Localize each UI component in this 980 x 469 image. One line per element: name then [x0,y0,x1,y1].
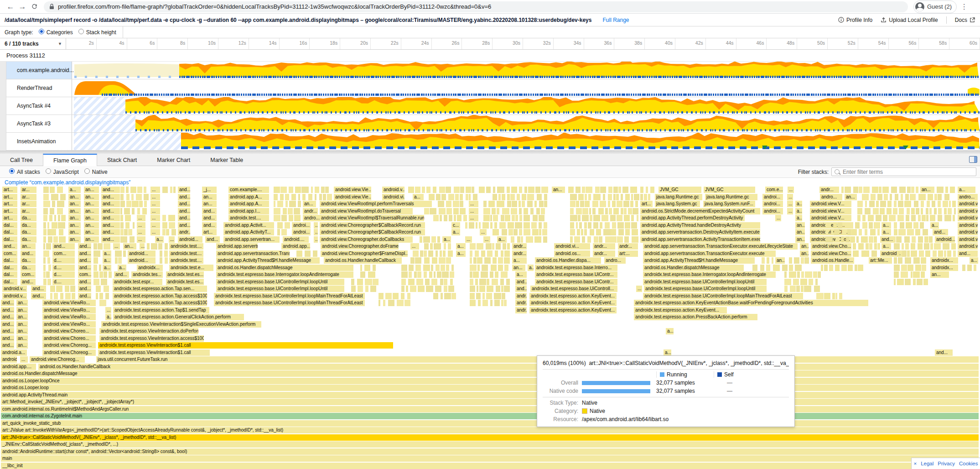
flame-cell[interactable]: d.... [52,271,75,278]
url-bar[interactable]: profiler.firefox.com/from-file/flame-gra… [44,1,908,12]
flame-cell[interactable]: ... [137,215,145,221]
flame-cell[interactable]: art::Me... [869,257,892,264]
tab-call-tree[interactable]: Call Tree [0,154,43,166]
flame-cell[interactable]: android.view.Choreo... [42,335,96,342]
flame-cell[interactable]: art... [2,208,17,214]
flame-cell[interactable]: androidx.test.espresso.ViewInteraction.d… [99,328,198,334]
flame-cell[interactable]: ... [105,307,111,313]
flame-cell[interactable]: androidx.test.espresso.action.Tap.sen... [113,286,207,292]
forward-icon[interactable]: → [16,1,28,13]
flame-cell[interactable]: a... [881,229,891,235]
flame-cell[interactable]: android... [178,236,202,243]
docs-link[interactable]: Docs [955,17,975,23]
track-label[interactable]: RenderThread [6,79,72,97]
flame-cell[interactable]: androidx.test.espresso.base.UiController… [216,279,344,285]
flame-cell[interactable]: android.view.Cho... [958,236,978,243]
flame-cell[interactable]: art::JValue art::InvokeWithVarArgs<_jmet… [1,427,979,433]
graph-type-label-0[interactable]: Categories [47,29,73,36]
flame-cell[interactable]: ... [775,215,781,221]
flame-cell[interactable]: and... [1,342,14,349]
flame-cell[interactable]: andr... [515,300,527,306]
flame-cell[interactable]: android.app.servertransaction.Transactio… [643,243,798,250]
flame-cell[interactable]: and... [178,222,190,229]
flame-cell[interactable]: android.view.Vie... [334,187,371,193]
flame-cell[interactable]: android.view.ViewRo... [42,307,96,313]
flame-cell[interactable]: androidx... [930,265,958,271]
flame-cell[interactable]: an... [68,229,81,235]
flame-cell[interactable]: android.view.Choreog... [42,349,96,356]
flame-cell[interactable]: ... [169,236,175,243]
flame-cell[interactable]: android.view.V... [810,208,851,214]
flame-cell[interactable]: art... [2,194,17,200]
graph-type-radio-1[interactable] [78,29,84,34]
flame-cell[interactable]: android.view.Ch... [958,243,978,250]
flame-cell[interactable]: androi... [292,229,311,235]
stack-filter-label-0[interactable]: All stacks [17,169,40,175]
flame-cell[interactable]: ... [469,208,478,214]
flame-cell[interactable]: androidx.test.espresso.action.KeyEvent..… [634,307,727,313]
flame-cell[interactable]: an... [68,236,81,243]
flame-cell[interactable]: android.view.Cho... [811,243,851,250]
flame-cell[interactable]: android.view.ViewRo... [42,314,96,320]
flame-cell[interactable]: and... [78,286,91,292]
flame-cell[interactable]: androidx.test.... [169,257,203,264]
flame-cell[interactable]: da... [21,215,36,221]
flame-cell[interactable]: an... [16,314,28,320]
flame-cell[interactable]: ... [137,236,145,243]
flame-cell[interactable]: andr... [515,307,527,313]
flame-cell[interactable]: ... [20,356,28,363]
flame-cell[interactable]: android.os.Looper.loop [1,385,979,391]
flame-cell[interactable]: an... [84,194,99,200]
flame-cell[interactable]: androidx.test.espresso.action.KeyEvent..… [529,307,617,313]
stack-filter-label-2[interactable]: Native [92,169,108,175]
flame-cell[interactable]: andro... [958,194,978,200]
flame-cell[interactable]: android.os.Handler.dispatchMessage [1,370,979,377]
flame-cell[interactable]: androidx.test.espresso.base.Interrogator… [643,271,776,278]
flame-cell[interactable]: android.app.servertran... [223,236,280,243]
flame-cell[interactable]: androidx.test.espresso.action.Tap.access… [113,300,207,306]
flame-cell[interactable]: dal... [2,222,17,229]
flame-cell[interactable]: dal... [2,229,17,235]
flame-cell[interactable]: an... [68,201,81,207]
flame-cell[interactable]: android.os.Handler.dispatchMessage [643,265,744,271]
flame-cell[interactable]: a... [881,243,891,250]
track-label[interactable]: com.example.android... [6,62,72,79]
flame-cell[interactable]: an... [845,194,857,200]
flame-cell[interactable]: androidx.test.es... [166,279,204,285]
flame-cell[interactable]: android.os.Handle... [811,257,854,264]
flame-cell[interactable]: ... [314,236,318,243]
full-range-link[interactable]: Full Range [602,17,629,23]
flame-cell[interactable]: and... [101,187,120,193]
flame-cell[interactable]: an... [202,201,217,207]
flame-cell[interactable]: android.app.ActivityThread.main [1,392,979,398]
flame-cell[interactable]: ... [113,243,120,250]
flame-cell[interactable]: and... [933,229,948,235]
flame-cell[interactable]: a... [795,215,802,221]
profile-chip[interactable]: Guest (2) [913,0,957,13]
flame-cell[interactable]: an... [84,222,99,229]
flame-cell[interactable]: a... [515,271,527,278]
flame-cell[interactable]: ar... [21,194,36,200]
flame-cell[interactable]: com... [52,250,75,257]
flame-cell[interactable]: da... [21,257,36,264]
flame-cell[interactable]: and... [101,236,120,243]
flame-cell[interactable]: android.a... [1,356,17,363]
flame-cell[interactable]: android.view.Choreo... [42,328,96,334]
flame-cell[interactable]: and... [178,194,190,200]
flame-cell[interactable]: an... [930,271,949,278]
flame-cell[interactable]: art::Method_invoke(_JNIEnv*, _jobject*, … [1,399,979,405]
flame-cell[interactable]: android.v... [2,286,27,292]
flame-cell[interactable]: androidx.test.espresso.base.UiController… [214,300,365,306]
tab-stack-chart[interactable]: Stack Chart [97,154,147,166]
flame-cell[interactable]: androidx.test.espresso.base.UiControll..… [530,286,617,292]
flame-cell[interactable]: and... [78,265,91,271]
flame-cell[interactable]: android.app.A... [228,201,269,207]
tab-marker-chart[interactable]: Marker Chart [147,154,200,166]
flame-cell[interactable]: a... [118,265,126,271]
flame-cell[interactable]: ... [787,194,793,200]
flame-cell[interactable]: art:... [618,250,638,257]
privacy-link[interactable]: Privacy [938,461,955,466]
flame-cell[interactable]: _j... [202,187,217,193]
flame-cell[interactable]: an... [775,257,785,264]
flame-cell[interactable]: and... [78,293,91,299]
